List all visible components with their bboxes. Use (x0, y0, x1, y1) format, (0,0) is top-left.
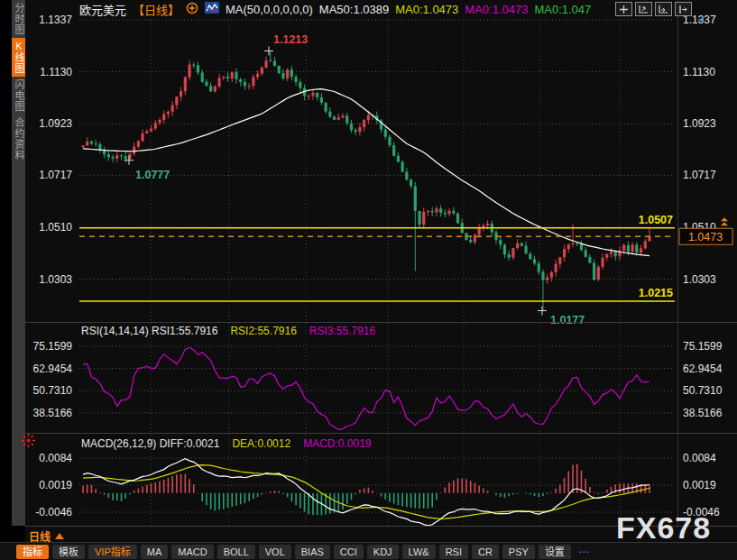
left-sidebar: 分时图 K线图 闪电图 合约资料 (0, 0, 25, 542)
svg-text:1.0303: 1.0303 (683, 273, 716, 286)
add-indicator-icon[interactable] (186, 2, 198, 17)
scroll-latest-icon[interactable] (696, 11, 705, 27)
svg-text:0.0084: 0.0084 (39, 452, 72, 464)
svg-text:1.0215: 1.0215 (639, 287, 673, 299)
svg-text:75.1599: 75.1599 (683, 340, 723, 353)
tab-vip-indicator[interactable]: VIP指标 (88, 545, 137, 559)
axis-shift-button[interactable] (655, 2, 672, 16)
svg-text:0.0084: 0.0084 (683, 452, 716, 464)
rsi2-value: RSI2:55.7916 (230, 325, 296, 337)
tab-bias[interactable]: BIAS (295, 545, 330, 559)
svg-text:38.5166: 38.5166 (33, 407, 73, 419)
indicator-chart-icon[interactable] (205, 2, 219, 16)
svg-text:1.1130: 1.1130 (40, 66, 72, 78)
sidebar-item-contract-info[interactable]: 合约资料 (12, 115, 25, 163)
macd-plot (83, 459, 649, 526)
toolbar-overflow-dots[interactable]: ⋯ (578, 546, 591, 558)
svg-text:1.0510: 1.0510 (39, 221, 72, 234)
svg-text:38.5166: 38.5166 (683, 407, 723, 419)
crosshair-tool-button[interactable] (615, 2, 632, 16)
sidebar-item-time-chart[interactable]: 分时图 (12, 0, 25, 38)
svg-text:1.0303: 1.0303 (39, 273, 72, 286)
svg-text:0.0019: 0.0019 (39, 479, 72, 491)
period-tag: 【日线】 (133, 1, 180, 18)
svg-text:-0.0046: -0.0046 (35, 506, 72, 519)
svg-text:1.0717: 1.0717 (39, 169, 72, 181)
ma0-magenta-value: MA0:1.0473 (465, 3, 528, 16)
rsi3-value: RSI3:55.7916 (309, 325, 375, 337)
macd-header: MACD(26,12,9) DIFF:0.0021 DEA:0.0012 MAC… (81, 437, 372, 450)
chevron-up-icon (55, 533, 64, 539)
sidebar-item-kline-chart[interactable]: K线图 (12, 38, 25, 77)
rsi-plot (83, 347, 649, 429)
tab-psy[interactable]: PSY (502, 545, 535, 559)
svg-text:50.7310: 50.7310 (33, 384, 73, 397)
tab-cci[interactable]: CCI (334, 545, 364, 559)
svg-text:1.1213: 1.1213 (273, 33, 308, 46)
rsi-header: RSI(14,14,14) RSI1:55.7916 RSI2:55.7916 … (81, 325, 375, 337)
tab-lw[interactable]: LW& (402, 545, 436, 559)
tab-cr[interactable]: CR (472, 545, 499, 559)
tab-indicator[interactable]: 指标 (16, 545, 49, 559)
ma0-yellow-value: MA0:1.0473 (395, 3, 458, 16)
svg-text:75.1599: 75.1599 (33, 340, 73, 353)
symbol-title: 欧元美元 (79, 1, 126, 18)
svg-text:1.0777: 1.0777 (135, 169, 170, 181)
tab-vol[interactable]: VOL (259, 545, 291, 559)
ma50-value: MA50:1.0389 (319, 3, 389, 16)
chart-toolbar (615, 2, 705, 27)
panel-layout-button[interactable] (675, 2, 692, 16)
svg-text:1.1130: 1.1130 (683, 66, 715, 78)
sidebar-item-flash-chart[interactable]: 闪电图 (12, 77, 25, 115)
svg-text:1.0507: 1.0507 (639, 214, 673, 226)
annotations: 1.12131.07771.0177 (124, 33, 585, 326)
tab-settings[interactable]: 设置 (539, 545, 571, 559)
tab-macd[interactable]: MACD (171, 545, 213, 559)
dea-value: DEA:0.0012 (232, 437, 290, 450)
svg-text:1.0923: 1.0923 (683, 117, 716, 130)
rsi-params-label: RSI(14,14,14) RSI1:55.7916 (81, 325, 217, 337)
macd-value: MACD:0.0019 (303, 437, 371, 450)
tab-ma[interactable]: MA (141, 545, 169, 559)
app-window: 1.05071.02151.12131.07771.01771.13371.13… (0, 0, 737, 560)
svg-text:1.1337: 1.1337 (39, 14, 72, 26)
svg-text:62.9454: 62.9454 (33, 363, 73, 375)
watermark: FX678 (616, 510, 711, 546)
svg-text:1.0717: 1.0717 (683, 169, 716, 181)
alert-burst-icon[interactable] (21, 433, 36, 452)
svg-text:62.9454: 62.9454 (683, 363, 723, 375)
ma0-green-value: MA0:1.047 (534, 3, 591, 16)
tab-rsi[interactable]: RSI (439, 545, 468, 559)
tab-boll[interactable]: BOLL (217, 545, 255, 559)
svg-text:1.0177: 1.0177 (550, 314, 585, 326)
svg-text:1.0473: 1.0473 (688, 231, 723, 243)
chart-header: 欧元美元 【日线】 MA(50,0,0,0,0,0) MA50:1.0389 M… (79, 2, 591, 16)
svg-text:0.0019: 0.0019 (683, 479, 716, 491)
ma-settings-label: MA(50,0,0,0,0,0) (226, 3, 313, 16)
axis-scale-button[interactable] (635, 2, 652, 16)
svg-text:50.7310: 50.7310 (683, 384, 723, 397)
tab-kdj[interactable]: KDJ (367, 545, 399, 559)
svg-text:1.0923: 1.0923 (39, 117, 72, 130)
tab-template[interactable]: 模板 (52, 545, 85, 559)
macd-params-label: MACD(26,12,9) DIFF:0.0021 (81, 437, 219, 450)
